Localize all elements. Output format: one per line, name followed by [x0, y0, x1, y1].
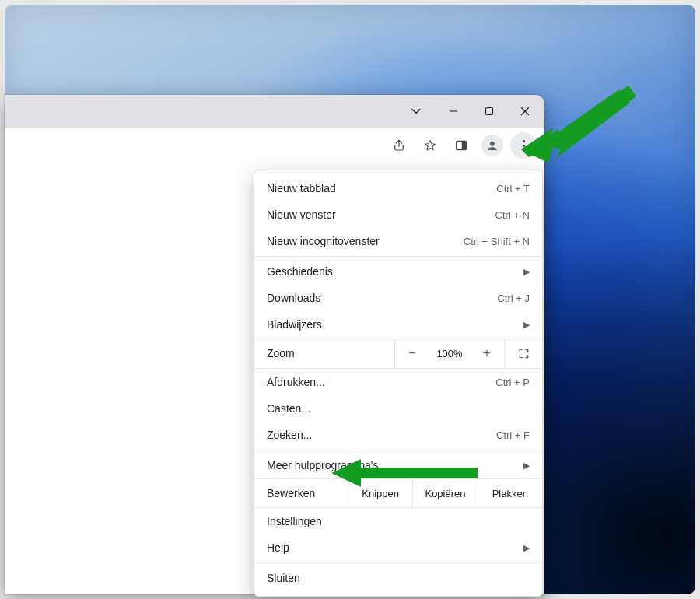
submenu-arrow-icon: ▶ [523, 461, 530, 471]
edit-btn-label: Plakken [492, 488, 528, 499]
zoom-out-button[interactable]: − [395, 338, 429, 368]
chevron-down-icon [411, 106, 422, 117]
submenu-arrow-icon: ▶ [523, 543, 530, 553]
zoom-value: 100% [429, 348, 470, 359]
sidepanel-icon [454, 138, 468, 152]
zoom-label: Zoom [254, 347, 394, 359]
menu-label: Nieuw tabblad [267, 182, 496, 194]
bookmark-button[interactable] [417, 132, 443, 159]
kebab-dot-icon [523, 145, 525, 147]
menu-label: Meer hulpprogramma's [267, 459, 523, 471]
submenu-arrow-icon: ▶ [523, 320, 530, 330]
maximize-icon [485, 107, 494, 116]
menu-label: Geschiedenis [267, 265, 523, 278]
edit-paste-button[interactable]: Plakken [478, 479, 542, 507]
menu-shortcut: Ctrl + F [496, 429, 530, 441]
svg-rect-3 [462, 141, 467, 149]
menu-item-new-window[interactable]: Nieuw venster Ctrl + N [254, 201, 542, 228]
chrome-main-menu: Nieuw tabblad Ctrl + T Nieuw venster Ctr… [254, 170, 543, 597]
close-button[interactable] [507, 95, 543, 128]
star-icon [423, 138, 437, 152]
menu-item-more-tools[interactable]: Meer hulpprogramma's ▶ [254, 452, 542, 478]
menu-label: Help [267, 541, 523, 554]
menu-button[interactable] [510, 132, 537, 159]
menu-shortcut: Ctrl + Shift + N [464, 236, 530, 247]
menu-label: Nieuw incognitovenster [267, 235, 464, 247]
kebab-dot-icon [523, 140, 525, 142]
window-titlebar [5, 95, 544, 128]
menu-shortcut: Ctrl + J [497, 292, 530, 304]
close-icon [520, 107, 530, 116]
menu-item-settings[interactable]: Instellingen [254, 508, 542, 534]
menu-item-history[interactable]: Geschiedenis ▶ [254, 258, 542, 285]
svg-rect-1 [486, 108, 493, 115]
fullscreen-icon [518, 348, 530, 359]
share-button[interactable] [386, 132, 412, 159]
submenu-arrow-icon: ▶ [523, 267, 530, 277]
menu-item-exit[interactable]: Sluiten [254, 565, 542, 591]
menu-item-bookmarks[interactable]: Bladwijzers ▶ [254, 311, 542, 338]
menu-item-new-tab[interactable]: Nieuw tabblad Ctrl + T [254, 175, 542, 201]
menu-label: Afdrukken... [267, 376, 495, 388]
menu-edit-row: Bewerken Knippen Kopiëren Plakken [254, 478, 542, 508]
minimize-button[interactable] [436, 95, 471, 128]
minimize-icon [449, 107, 458, 116]
menu-separator [254, 562, 542, 563]
menu-shortcut: Ctrl + T [496, 183, 530, 194]
fullscreen-button[interactable] [504, 338, 542, 368]
menu-label: Instellingen [267, 515, 530, 527]
person-icon [485, 138, 499, 152]
menu-label: Nieuw venster [267, 208, 495, 221]
menu-label: Sluiten [267, 572, 530, 584]
edit-cut-button[interactable]: Knippen [348, 479, 412, 507]
share-icon [392, 138, 406, 152]
zoom-in-button[interactable]: + [470, 338, 504, 368]
menu-item-find[interactable]: Zoeken... Ctrl + F [254, 422, 542, 448]
browser-toolbar [5, 128, 544, 164]
tab-search-button[interactable] [403, 100, 429, 123]
menu-item-print[interactable]: Afdrukken... Ctrl + P [254, 369, 542, 395]
sidepanel-button[interactable] [448, 132, 474, 159]
menu-shortcut: Ctrl + P [495, 377, 530, 388]
menu-zoom-row: Zoom − 100% + [254, 338, 542, 369]
profile-button[interactable] [479, 132, 506, 159]
edit-btn-label: Knippen [362, 488, 399, 499]
maximize-button[interactable] [471, 95, 507, 128]
menu-item-downloads[interactable]: Downloads Ctrl + J [254, 285, 542, 311]
menu-shortcut: Ctrl + N [495, 209, 530, 221]
menu-item-new-incognito[interactable]: Nieuw incognitovenster Ctrl + Shift + N [254, 228, 542, 254]
edit-btn-label: Kopiëren [425, 488, 465, 499]
menu-separator [254, 256, 542, 257]
menu-label: Downloads [267, 292, 497, 304]
menu-label: Casten... [267, 402, 530, 415]
edit-label: Bewerken [254, 487, 348, 499]
menu-label: Zoeken... [267, 429, 496, 441]
menu-item-help[interactable]: Help ▶ [254, 534, 542, 561]
kebab-dot-icon [523, 149, 525, 152]
menu-separator [254, 450, 542, 450]
edit-copy-button[interactable]: Kopiëren [412, 479, 477, 507]
menu-label: Bladwijzers [267, 318, 523, 331]
svg-point-4 [490, 142, 495, 146]
menu-item-cast[interactable]: Casten... [254, 395, 542, 422]
